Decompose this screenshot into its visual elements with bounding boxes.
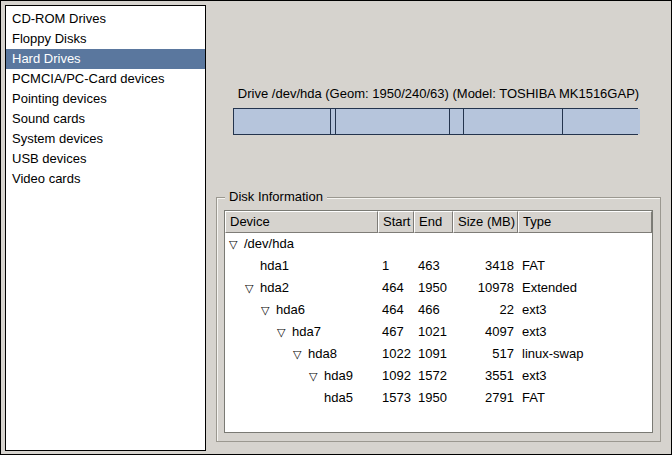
column-header-size-mb[interactable]: Size (MB) [453,211,518,233]
sidebar-item-usb-devices[interactable]: USB devices [6,149,205,169]
size-cell: 4097 [453,321,518,343]
tree-expander-icon[interactable]: ▽ [309,365,324,387]
device-cell: hda1 [225,255,378,277]
end-cell [414,233,453,255]
table-row-hda2[interactable]: ▽hda2464195010978Extended [225,277,652,299]
end-cell: 466 [414,299,453,321]
column-header-start[interactable]: Start [378,211,414,233]
device-cell: ▽hda6 [225,299,378,321]
start-cell: 1092 [378,365,414,387]
start-cell: 1 [378,255,414,277]
device-label: hda6 [276,302,305,317]
sidebar-item-cd-rom-drives[interactable]: CD-ROM Drives [6,9,205,29]
table-row-hda7[interactable]: ▽hda746710214097ext3 [225,321,652,343]
table-row-hda8[interactable]: ▽hda810221091517linux-swap [225,343,652,365]
tree-expander-icon[interactable]: ▽ [293,343,308,365]
tree-expander-icon[interactable]: ▽ [229,233,244,255]
column-header-end[interactable]: End [414,211,453,233]
end-cell: 1572 [414,365,453,387]
start-cell: 467 [378,321,414,343]
device-label: hda1 [260,258,289,273]
size-cell: 517 [453,343,518,365]
size-cell: 22 [453,299,518,321]
hardware-browser-window: CD-ROM DrivesFloppy DisksHard DrivesPCMC… [0,0,672,455]
column-header-device[interactable]: Device [225,211,378,233]
sidebar-item-hard-drives[interactable]: Hard Drives [6,49,205,69]
tree-expander-icon[interactable]: ▽ [245,277,260,299]
partition-segment-hda2 [330,109,637,134]
type-cell: ext3 [518,365,652,387]
size-cell: 3418 [453,255,518,277]
column-header-type[interactable]: Type [518,211,652,233]
start-cell [378,233,414,255]
end-cell: 463 [414,255,453,277]
type-cell: FAT [518,387,652,409]
device-cell: ▽hda8 [225,343,378,365]
sidebar-item-video-cards[interactable]: Video cards [6,169,205,189]
end-cell: 1021 [414,321,453,343]
device-label: /dev/hda [244,236,294,251]
partition-segment-hda7 [335,109,449,134]
device-category-list: CD-ROM DrivesFloppy DisksHard DrivesPCMC… [5,5,206,451]
disk-table-body: ▽/dev/hdahda114633418FAT▽hda246419501097… [225,233,652,432]
end-cell: 1950 [414,387,453,409]
start-cell: 1573 [378,387,414,409]
device-label: hda8 [308,346,337,361]
disk-table-header: DeviceStartEndSize (MB)Type [225,211,652,233]
disk-information-frame-title: Disk Information [225,189,327,204]
device-cell: ▽/dev/hda [225,233,378,255]
table-row-hda9[interactable]: ▽hda9109215723551ext3 [225,365,652,387]
size-cell: 2791 [453,387,518,409]
partition-bar [233,108,638,135]
type-cell: ext3 [518,299,652,321]
sidebar-item-floppy-disks[interactable]: Floppy Disks [6,29,205,49]
device-label: hda5 [324,390,353,405]
device-cell: ▽hda2 [225,277,378,299]
tree-expander-icon[interactable]: ▽ [277,321,292,343]
table-row-hda1[interactable]: hda114633418FAT [225,255,652,277]
device-cell: ▽hda9 [225,365,378,387]
table-row-hda6[interactable]: ▽hda646446622ext3 [225,299,652,321]
sidebar-item-sound-cards[interactable]: Sound cards [6,109,205,129]
tree-expander-icon[interactable]: ▽ [261,299,276,321]
drive-title: Drive /dev/hda (Geom: 1950/240/63) (Mode… [216,86,661,101]
main-panel: Drive /dev/hda (Geom: 1950/240/63) (Mode… [216,1,661,455]
start-cell: 464 [378,299,414,321]
disk-information-frame: Disk Information DeviceStartEndSize (MB)… [216,197,661,442]
start-cell: 464 [378,277,414,299]
type-cell: Extended [518,277,652,299]
end-cell: 1091 [414,343,453,365]
end-cell: 1950 [414,277,453,299]
type-cell: ext3 [518,321,652,343]
sidebar-item-pointing-devices[interactable]: Pointing devices [6,89,205,109]
disk-table: DeviceStartEndSize (MB)Type ▽/dev/hdahda… [224,210,653,433]
sidebar-item-pcmcia-pc-card-devices[interactable]: PCMCIA/PC-Card devices [6,69,205,89]
device-label: hda9 [324,368,353,383]
size-cell [453,233,518,255]
device-label: hda7 [292,324,321,339]
device-label: hda2 [260,280,289,295]
partition-segment-hda9 [463,109,562,134]
table-row-dev-hda[interactable]: ▽/dev/hda [225,233,652,255]
sidebar-item-system-devices[interactable]: System devices [6,129,205,149]
device-cell: ▽hda7 [225,321,378,343]
partition-segment-hda8 [449,109,463,134]
type-cell: FAT [518,255,652,277]
partition-segment-hda1 [234,109,330,134]
size-cell: 3551 [453,365,518,387]
type-cell: linux-swap [518,343,652,365]
type-cell [518,233,652,255]
partition-segment-hda5 [562,109,640,134]
table-row-hda5[interactable]: hda5157319502791FAT [225,387,652,409]
size-cell: 10978 [453,277,518,299]
device-cell: hda5 [225,387,378,409]
start-cell: 1022 [378,343,414,365]
